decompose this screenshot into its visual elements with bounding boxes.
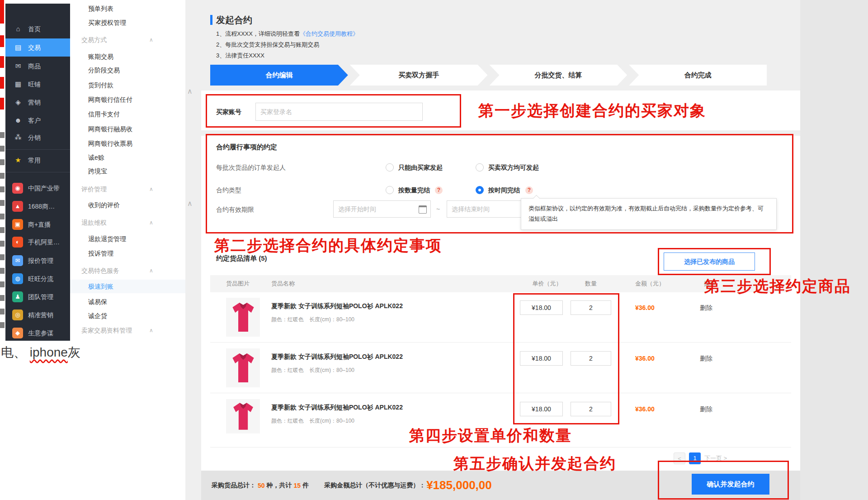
submenu-item[interactable]: 跨境宝 xyxy=(70,164,185,178)
submenu-group-header[interactable]: 交易方式∧ xyxy=(70,33,185,47)
sidebar-item-trade[interactable]: ▤ 交易 xyxy=(5,38,70,57)
submenu-item[interactable]: 货到付款 xyxy=(70,78,185,92)
unit-price-input[interactable] xyxy=(520,300,563,315)
note-line-1: 1、流程XXXX，详细说明轻查看《合约交易使用教程》 xyxy=(216,30,359,38)
submenu-group-header[interactable]: 卖家交易资料管理∧ xyxy=(70,324,185,337)
end-date-input[interactable] xyxy=(447,200,528,218)
radio-complete-by-time[interactable] xyxy=(476,186,484,194)
wizard-step-handshake[interactable]: 买卖双方握手 xyxy=(350,65,488,86)
submenu-item[interactable]: 分阶段交易 xyxy=(70,63,185,77)
amount-total-label: 采购金额总计（不计优惠与运费）： xyxy=(324,481,425,490)
quantity-input[interactable] xyxy=(571,300,611,315)
pagination-prev[interactable]: < xyxy=(674,452,685,464)
pagination-page-1[interactable]: 1 xyxy=(689,452,701,464)
submenu-item[interactable]: 网商银行融易收 xyxy=(70,122,185,136)
sidebar-item-customers[interactable]: ☻ 客户 xyxy=(5,111,70,129)
submenu-item[interactable]: 诚企贷 xyxy=(70,309,185,323)
sidebar-app-quotation-management[interactable]: ✉ 报价管理 xyxy=(5,252,70,270)
sidebar-app-business-advisor[interactable]: ◆ 生意参谋 xyxy=(5,324,70,342)
submenu-item[interactable]: 退款退货管理 xyxy=(70,232,185,246)
team-management-icon: ♟ xyxy=(12,291,23,302)
submenu-item[interactable]: 诚易保 xyxy=(70,295,185,309)
submenu-group-label: 评价管理 xyxy=(81,186,107,193)
sidebar-item-marketing[interactable]: ◈ 营销 xyxy=(5,93,70,111)
table-bottom-divider xyxy=(210,447,791,448)
annotation-step4: 第四步设置单价和数量 xyxy=(409,425,572,446)
sidebar-item-label: 1688商… xyxy=(28,197,55,215)
submenu-item[interactable]: 诚e赊 xyxy=(70,151,185,164)
background-document-text: 电、 iphone灰 xyxy=(1,344,80,361)
sidebar-app-mobile-ali[interactable]: ◐ 手机阿里… xyxy=(5,233,70,251)
sidebar-app-1688-mall[interactable]: ▲ 1688商… xyxy=(5,197,70,215)
help-icon[interactable]: ? xyxy=(435,186,443,194)
delete-link[interactable]: 删除 xyxy=(700,405,712,414)
wizard-step-contract-edit[interactable]: 合约编辑 xyxy=(210,65,348,86)
sidebar-item-label: 生意参谋 xyxy=(28,324,53,342)
select-published-goods-button[interactable]: 选择已发布的商品 xyxy=(664,252,755,271)
sidebar-app-live-streaming[interactable]: ▣ 商+直播 xyxy=(5,215,70,233)
submenu-item[interactable]: 网商银行信任付 xyxy=(70,93,185,106)
sidebar-item-shop[interactable]: ▦ 旺铺 xyxy=(5,75,70,93)
radio-both-parties-label[interactable]: 买卖双方均可发起 xyxy=(488,164,539,172)
radio-both-parties[interactable] xyxy=(476,163,484,171)
calendar-icon[interactable] xyxy=(419,205,427,214)
radio-complete-by-quantity-label[interactable]: 按数量完结 xyxy=(398,186,430,195)
product-attrs: 颜色：红暖色 长度(cm)：80–100 xyxy=(271,417,354,425)
confirm-submit-contract-button[interactable]: 确认并发起合约 xyxy=(692,474,769,495)
wizard-step-delivery-settlement[interactable]: 分批交货、结算 xyxy=(490,65,627,86)
radio-buyer-only-label[interactable]: 只能由买家发起 xyxy=(398,164,443,172)
sidebar-app-wangwang-routing[interactable]: ◍ 旺旺分流 xyxy=(5,270,70,288)
sidebar-item-label: 商+直播 xyxy=(28,215,51,233)
submenu-item[interactable]: 预单列表 xyxy=(70,2,185,15)
submenu-item[interactable]: 信用卡支付 xyxy=(70,107,185,121)
submenu-group-header[interactable]: 退款维权∧ xyxy=(70,216,185,229)
doc-text-misspelled: iphone xyxy=(30,345,68,359)
mobile-ali-icon: ◐ xyxy=(12,237,23,248)
submenu-item-selected[interactable]: 极速到账 xyxy=(70,280,185,293)
1688-mall-icon: ▲ xyxy=(12,201,23,212)
doc-text-before: 电、 xyxy=(1,345,30,359)
buyer-account-input[interactable] xyxy=(255,103,423,121)
submenu-item[interactable]: 账期交易 xyxy=(70,50,185,63)
delete-link[interactable]: 删除 xyxy=(700,355,712,363)
step-wizard: 合约编辑 买卖双方握手 分批交货、结算 合约完成 xyxy=(210,65,769,86)
sidebar-item-favorites[interactable]: ★ 常用 xyxy=(5,151,70,169)
sidebar-app-china-industrial-belt[interactable]: ◉ 中国产业带 xyxy=(5,179,70,197)
sidebar-app-precision-marketing[interactable]: ◎ 精准营销 xyxy=(5,306,70,324)
quotation-icon: ✉ xyxy=(12,255,23,266)
delete-link[interactable]: 删除 xyxy=(700,304,712,312)
right-gray-margin xyxy=(800,0,868,500)
initiator-label: 每批次货品的订单发起人 xyxy=(216,164,286,172)
radio-complete-by-time-label[interactable]: 按时间完结 xyxy=(488,186,520,195)
sidebar-item-goods[interactable]: ✉ 商品 xyxy=(5,57,70,75)
submenu-group-header[interactable]: 交易特色服务∧ xyxy=(70,264,185,277)
sidebar-item-home[interactable]: ⌂ 首页 xyxy=(5,20,70,38)
submenu-item[interactable]: 买家授权管理 xyxy=(70,16,185,29)
radio-buyer-only[interactable] xyxy=(386,163,394,171)
sidebar-item-label: 手机阿里… xyxy=(28,233,60,251)
home-icon: ⌂ xyxy=(14,20,23,38)
sidebar-item-label: 旺铺 xyxy=(28,75,41,93)
tutorial-link[interactable]: 《合约交易使用教程》 xyxy=(300,30,359,37)
start-date-input[interactable] xyxy=(333,200,431,218)
quantity-input[interactable] xyxy=(571,402,611,416)
pagination-next[interactable]: 下一页 > xyxy=(704,452,745,464)
unit-price-input[interactable] xyxy=(520,402,563,416)
annotation-step5: 第五步确认并发起合约 xyxy=(453,453,616,474)
help-icon[interactable]: ? xyxy=(525,186,533,194)
submenu-item[interactable]: 投诉管理 xyxy=(70,247,185,260)
sidebar-app-team-management[interactable]: ♟ 团队管理 xyxy=(5,288,70,306)
collapse-caret-icon: ∧ xyxy=(149,33,153,47)
unit-price-input[interactable] xyxy=(520,351,563,366)
submenu-item[interactable]: 网商银行收票易 xyxy=(70,137,185,150)
quantity-input[interactable] xyxy=(571,351,611,366)
wizard-step-complete[interactable]: 合约完成 xyxy=(629,65,767,86)
primary-sidebar: ⌂ 首页 ▤ 交易 ✉ 商品 ▦ 旺铺 ◈ 营销 ☻ 客户 ⁂ 分销 ★ 常用 … xyxy=(5,4,70,341)
submenu-group-header[interactable]: 评价管理∧ xyxy=(70,182,185,196)
sidebar-item-distribution[interactable]: ⁂ 分销 xyxy=(5,129,70,147)
goods-icon: ✉ xyxy=(14,57,23,75)
radio-complete-by-quantity[interactable] xyxy=(386,186,394,194)
distribution-icon: ⁂ xyxy=(14,129,23,147)
submenu-item[interactable]: 收到的评价 xyxy=(70,198,185,212)
col-image: 货品图片 xyxy=(226,275,250,292)
